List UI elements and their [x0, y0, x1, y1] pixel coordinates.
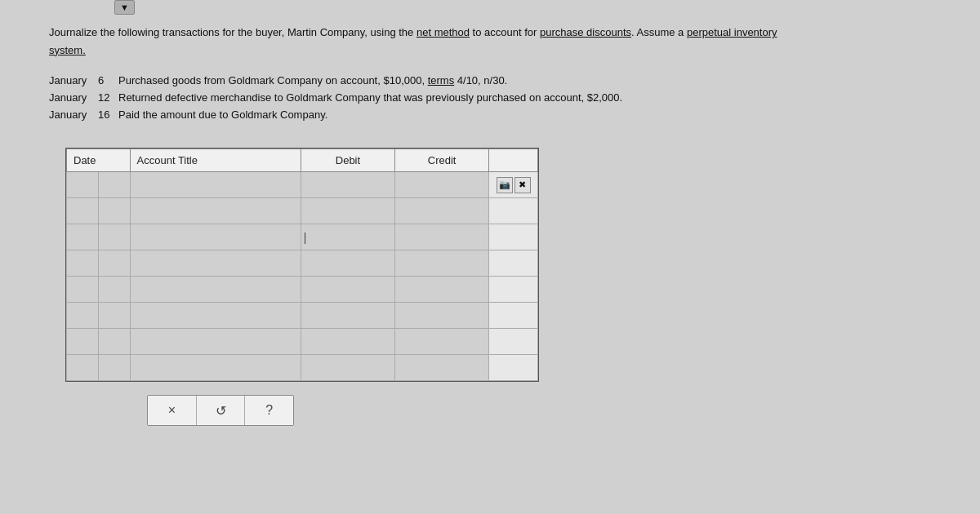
header-date: Date — [67, 149, 131, 172]
cell-date1-r3[interactable] — [67, 224, 99, 250]
cell-debit-r5[interactable] — [301, 277, 394, 303]
trans-1-month: January — [49, 73, 98, 90]
cell-account-r6[interactable] — [130, 303, 301, 329]
transaction-2: January 12 Returned defective merchandis… — [49, 90, 931, 107]
trans-2-day: 12 — [98, 90, 118, 107]
help-button[interactable]: ? — [245, 396, 293, 425]
cell-credit-r5[interactable] — [394, 277, 488, 303]
cell-account-r2[interactable] — [130, 198, 301, 224]
cell-debit-r8[interactable] — [301, 355, 394, 381]
camera-icon[interactable]: 📷 — [497, 177, 513, 193]
instruction-line1: Journalize the following transactions fo… — [49, 24, 931, 41]
perpetual-inventory-link[interactable]: perpetual inventory — [687, 26, 777, 38]
cell-action-r3 — [489, 224, 538, 250]
trans-2-desc: Returned defective merchandise to Goldma… — [118, 90, 931, 107]
cell-action-r8 — [489, 355, 538, 381]
cell-account-r1[interactable] — [130, 172, 301, 198]
cell-debit-r1[interactable] — [301, 172, 394, 198]
system-link[interactable]: system. — [49, 44, 86, 56]
cell-action-r1: 📷 ✖ — [489, 172, 538, 198]
cell-date1-r6[interactable] — [67, 303, 99, 329]
header-account-title: Account Title — [130, 149, 301, 172]
text-cursor — [305, 233, 305, 244]
cell-date1-r8[interactable] — [67, 355, 99, 381]
cell-account-r4[interactable] — [130, 250, 301, 277]
cell-credit-r3[interactable] — [394, 224, 488, 250]
undo-button[interactable]: ↺ — [197, 396, 246, 425]
header-action — [489, 149, 538, 172]
table-row: 📷 ✖ — [67, 172, 538, 198]
cell-action-r4 — [489, 250, 538, 277]
table-header-row: Date Account Title Debit Credit — [67, 149, 538, 172]
table-row — [67, 250, 538, 277]
table-row — [67, 303, 538, 329]
cell-date2-r8[interactable] — [98, 355, 130, 381]
transaction-1: January 6 Purchased goods from Goldmark … — [49, 73, 931, 90]
cell-account-r5[interactable] — [130, 277, 301, 303]
cell-date1-r2[interactable] — [67, 198, 99, 224]
journal-table: Date Account Title Debit Credit — [66, 148, 538, 381]
clear-button[interactable]: × — [148, 396, 197, 425]
table-row — [67, 224, 538, 250]
cell-date2-r2[interactable] — [98, 198, 130, 224]
cell-account-r7[interactable] — [130, 329, 301, 355]
cell-credit-r6[interactable] — [394, 303, 488, 329]
net-method-link[interactable]: net method — [416, 26, 470, 38]
cell-credit-r4[interactable] — [394, 250, 488, 277]
cell-debit-r2[interactable] — [301, 198, 394, 224]
cell-debit-r3[interactable] — [301, 224, 394, 250]
cell-action-r6 — [489, 303, 538, 329]
table-row — [67, 355, 538, 381]
journal-table-container: Date Account Title Debit Credit — [65, 148, 539, 382]
instruction-line2: system. — [49, 42, 931, 59]
cell-account-r8[interactable] — [130, 355, 301, 381]
trans-3-desc: Paid the amount due to Goldmark Company. — [118, 107, 931, 124]
cell-debit-r4[interactable] — [301, 250, 394, 277]
cell-credit-r2[interactable] — [394, 198, 488, 224]
purchase-discounts-link[interactable]: purchase discounts — [540, 26, 631, 38]
cell-credit-r8[interactable] — [394, 355, 488, 381]
action-icons-r1: 📷 ✖ — [492, 175, 534, 195]
cell-action-r5 — [489, 277, 538, 303]
trans-1-desc: Purchased goods from Goldmark Company on… — [118, 73, 931, 90]
cell-date1-r5[interactable] — [67, 277, 99, 303]
trans-2-month: January — [49, 90, 98, 107]
instructions-block: Journalize the following transactions fo… — [49, 24, 931, 58]
cell-date2-r3[interactable] — [98, 224, 130, 250]
trans-3-month: January — [49, 107, 98, 124]
cell-debit-r7[interactable] — [301, 329, 394, 355]
page-container: ▼ Journalize the following transactions … — [0, 0, 980, 514]
transaction-3: January 16 Paid the amount due to Goldma… — [49, 107, 931, 124]
trans-3-day: 16 — [98, 107, 118, 124]
cell-account-r3[interactable] — [130, 224, 301, 250]
cell-credit-r7[interactable] — [394, 329, 488, 355]
header-credit: Credit — [394, 149, 488, 172]
cell-action-r2 — [489, 198, 538, 224]
header-debit: Debit — [301, 149, 394, 172]
table-row — [67, 277, 538, 303]
cell-date2-r4[interactable] — [98, 250, 130, 277]
close-icon-action[interactable]: ✖ — [514, 177, 531, 193]
cell-date2-r5[interactable] — [98, 277, 130, 303]
cell-date1-r4[interactable] — [67, 250, 99, 277]
cell-action-r7 — [489, 329, 538, 355]
cell-date2-r7[interactable] — [98, 329, 130, 355]
cell-debit-r6[interactable] — [301, 303, 394, 329]
dropdown-arrow[interactable]: ▼ — [114, 0, 135, 15]
transactions-block: January 6 Purchased goods from Goldmark … — [49, 73, 931, 123]
journal-wrapper: Date Account Title Debit Credit — [49, 148, 931, 426]
table-row — [67, 198, 538, 224]
cell-credit-r1[interactable] — [394, 172, 488, 198]
cell-date1-r7[interactable] — [67, 329, 99, 355]
cell-date2-r1[interactable] — [98, 172, 130, 198]
trans-1-day: 6 — [98, 73, 118, 90]
cell-date2-r6[interactable] — [98, 303, 130, 329]
action-button-row: × ↺ ? — [147, 395, 294, 426]
table-row — [67, 329, 538, 355]
cell-date1-r1[interactable] — [67, 172, 99, 198]
